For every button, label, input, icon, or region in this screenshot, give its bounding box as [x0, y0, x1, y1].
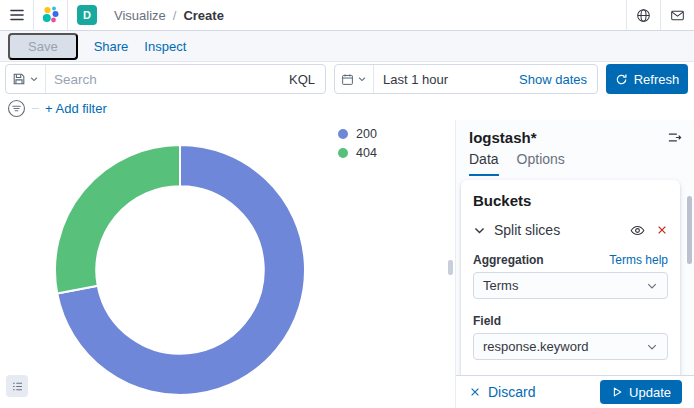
field-label-row: Field	[473, 314, 668, 328]
aggregation-label-row: Aggregation Terms help	[473, 253, 668, 267]
search-input[interactable]	[46, 72, 279, 87]
buckets-section-title: Buckets	[473, 192, 668, 209]
save-button[interactable]: Save	[8, 33, 78, 60]
menu-right-icon	[667, 130, 682, 145]
tab-data[interactable]: Data	[469, 151, 499, 176]
legend-swatch	[338, 148, 348, 158]
buckets-card: Buckets Split slices	[461, 180, 680, 375]
panel-resizer-handle[interactable]	[448, 260, 453, 275]
menu-button[interactable]	[0, 0, 33, 30]
discard-label: Discard	[488, 384, 535, 400]
globe-help-icon	[636, 8, 651, 23]
date-picker-group: Last 1 hour Show dates	[334, 64, 598, 94]
breadcrumb-visualize[interactable]: Visualize	[114, 8, 166, 23]
breadcrumb: Visualize / Create	[114, 0, 224, 30]
header-right-icons	[626, 0, 694, 30]
saved-query-disk-icon	[12, 72, 26, 86]
visualization-panel: 200404	[0, 120, 455, 408]
elastic-logo-button[interactable]	[34, 0, 67, 30]
split-slices-label[interactable]: Split slices	[494, 222, 619, 238]
breadcrumb-create: Create	[183, 8, 223, 23]
sidebar-scrollbar[interactable]	[687, 196, 692, 264]
mail-icon	[670, 8, 685, 23]
top-header: D Visualize / Create	[0, 0, 694, 31]
close-icon	[656, 224, 668, 236]
chevron-down-icon	[646, 341, 658, 353]
filter-divider	[32, 108, 39, 109]
time-range-value[interactable]: Last 1 hour	[374, 72, 519, 87]
terms-help-link[interactable]: Terms help	[609, 253, 668, 267]
query-bar: KQL Last 1 hour Show dates Refresh	[0, 62, 694, 96]
chevron-down-icon	[357, 74, 367, 84]
legend-item-404[interactable]: 404	[338, 145, 377, 161]
field-label: Field	[473, 314, 501, 328]
index-pattern-title: logstash*	[469, 129, 537, 146]
remove-bucket-button[interactable]	[656, 224, 668, 236]
aggregation-select[interactable]: Terms	[473, 272, 668, 299]
tab-options[interactable]: Options	[517, 151, 565, 176]
sidebar-tabs: Data Options	[456, 151, 694, 176]
refresh-button[interactable]: Refresh	[606, 64, 688, 94]
newsfeed-button[interactable]	[661, 0, 694, 30]
donut-slice-404[interactable]	[55, 145, 180, 293]
eye-icon	[630, 223, 645, 238]
discard-button[interactable]: Discard	[469, 384, 535, 400]
vis-editor-sidebar: logstash* Data Options Buckets	[455, 120, 694, 408]
chart-legend: 200404	[338, 126, 377, 161]
kql-language-button[interactable]: KQL	[279, 72, 325, 87]
main-content: 200404 logstash* Data O	[0, 120, 694, 408]
sidebar-header: logstash*	[456, 120, 694, 146]
search-bar-group: KQL	[5, 64, 326, 94]
update-button[interactable]: Update	[600, 380, 682, 404]
elastic-logo-icon	[40, 4, 62, 26]
legend-list-icon	[11, 380, 24, 393]
inspect-button[interactable]: Inspect	[144, 39, 186, 54]
collapse-sidebar-button[interactable]	[667, 130, 682, 145]
sidebar-footer: Discard Update	[456, 375, 694, 408]
add-filter-button[interactable]: + Add filter	[45, 101, 107, 116]
visualize-toolbar: Save Share Inspect	[0, 31, 694, 62]
show-dates-button[interactable]: Show dates	[519, 72, 597, 87]
filter-bar: + Add filter	[0, 96, 694, 120]
aggregation-value: Terms	[483, 278, 518, 293]
date-quick-menu-button[interactable]	[335, 65, 374, 93]
legend-label: 404	[356, 146, 377, 160]
kibana-visualize-app: D Visualize / Create	[0, 0, 694, 408]
update-label: Update	[629, 385, 671, 400]
chevron-down-icon	[29, 74, 39, 84]
legend-label: 200	[356, 127, 377, 141]
space-navigator[interactable]: D	[68, 0, 106, 30]
sidebar-scroll-area: Buckets Split slices	[456, 176, 694, 375]
space-badge: D	[77, 5, 97, 25]
legend-swatch	[338, 129, 348, 139]
breadcrumb-separator: /	[173, 8, 177, 23]
aggregation-label: Aggregation	[473, 253, 544, 267]
calendar-icon	[341, 73, 354, 86]
hamburger-icon	[9, 7, 25, 23]
field-value: response.keyword	[483, 339, 589, 354]
toggle-visibility-button[interactable]	[630, 223, 645, 238]
share-button[interactable]: Share	[94, 39, 129, 54]
saved-query-menu-button[interactable]	[6, 65, 46, 93]
filter-options-icon[interactable]	[7, 99, 26, 118]
play-icon	[611, 386, 623, 398]
help-button[interactable]	[627, 0, 660, 30]
legend-toggle-button[interactable]	[6, 375, 28, 397]
refresh-label: Refresh	[634, 72, 680, 87]
chevron-down-icon[interactable]	[473, 224, 486, 237]
split-slices-row: Split slices	[473, 222, 668, 238]
refresh-icon	[615, 73, 628, 86]
chevron-down-icon	[646, 280, 658, 292]
close-icon	[469, 386, 481, 398]
field-select[interactable]: response.keyword	[473, 333, 668, 360]
legend-item-200[interactable]: 200	[338, 126, 377, 142]
